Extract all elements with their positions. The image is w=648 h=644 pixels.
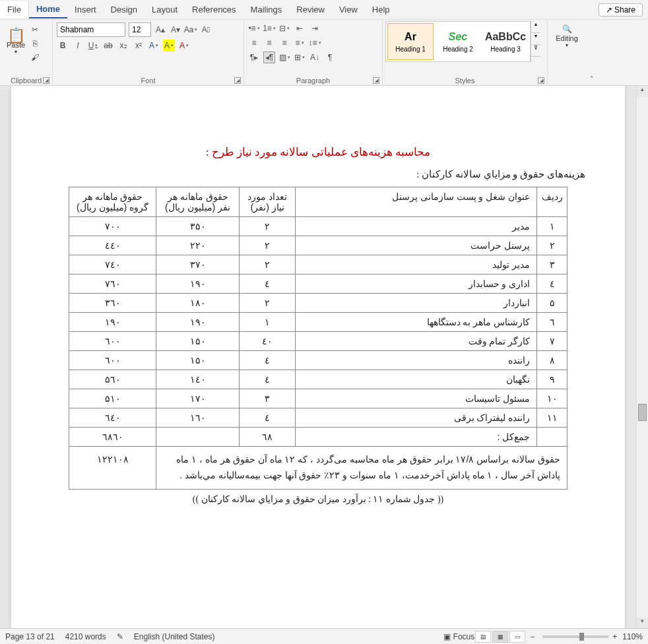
web-layout-button[interactable]: ▭ bbox=[509, 631, 525, 643]
scroll-up[interactable]: ▴ bbox=[637, 86, 648, 96]
language-indicator[interactable]: English (United States) bbox=[134, 632, 215, 641]
print-layout-button[interactable]: ▦ bbox=[492, 631, 508, 643]
page-indicator[interactable]: Page 13 of 21 bbox=[5, 632, 55, 641]
text-effects-button[interactable]: A bbox=[148, 40, 160, 51]
font-color-button[interactable]: A bbox=[178, 40, 190, 51]
subscript-button[interactable]: x₂ bbox=[117, 40, 129, 51]
font-size-input[interactable] bbox=[129, 22, 151, 37]
status-bar: Page 13 of 21 4210 words ✎ English (Unit… bbox=[0, 628, 648, 644]
menu-design[interactable]: Design bbox=[104, 1, 145, 18]
shrink-font-button[interactable]: A▾ bbox=[170, 24, 181, 36]
style-heading-1[interactable]: ArHeading 1 bbox=[387, 23, 434, 60]
salary-table: ردیف عنوان شغل و پست سازمانی پرسنل تعداد… bbox=[69, 187, 567, 490]
total-row: جمع‌کل :٦۸٦۸٦۰ bbox=[69, 428, 567, 447]
note-row: حقوق سالانه براساس ۱۷/۸ برابر حقوق هر ما… bbox=[69, 447, 567, 490]
align-center-button[interactable]: ≡ bbox=[263, 37, 275, 49]
numbering-button[interactable]: 1≡ bbox=[263, 22, 275, 34]
underline-button[interactable]: U bbox=[87, 40, 99, 51]
styles-down[interactable]: ▾ bbox=[531, 33, 540, 45]
superscript-button[interactable]: x² bbox=[133, 40, 145, 51]
sort-button[interactable]: A↓ bbox=[309, 51, 321, 63]
show-marks-button[interactable]: ¶ bbox=[324, 51, 336, 63]
bullets-button[interactable]: •≡ bbox=[248, 22, 260, 34]
shading-button[interactable]: ▨ bbox=[278, 51, 290, 63]
table-row: ۹نگهبان٤۱٤۰۵٦۰ bbox=[69, 370, 567, 389]
style-heading-3[interactable]: AaBbCcHeading 3 bbox=[482, 23, 529, 60]
menu-mailings[interactable]: Mailings bbox=[243, 1, 290, 18]
scroll-thumb[interactable] bbox=[638, 404, 647, 421]
editing-button[interactable]: 🔍 Editing ▾ bbox=[550, 21, 583, 51]
menu-view[interactable]: View bbox=[332, 1, 365, 18]
clipboard-icon: 📋 bbox=[11, 30, 21, 41]
focus-mode[interactable]: ▣ Focus bbox=[443, 632, 474, 641]
zoom-in-button[interactable]: + bbox=[612, 632, 617, 641]
font-name-input[interactable] bbox=[57, 22, 125, 37]
font-dialog[interactable]: ◢ bbox=[234, 77, 241, 84]
clipboard-dialog[interactable]: ◢ bbox=[43, 77, 49, 84]
scroll-down[interactable]: ▾ bbox=[637, 618, 648, 628]
paste-button[interactable]: 📋 Paste ▾ bbox=[3, 21, 29, 63]
menu-file[interactable]: File bbox=[0, 1, 29, 18]
word-count[interactable]: 4210 words bbox=[65, 632, 106, 641]
cut-button[interactable]: ✂ bbox=[29, 24, 41, 36]
increase-indent-button[interactable]: ⇥ bbox=[309, 22, 321, 34]
page[interactable]: محاسبه هزینه‌های عملیاتی سالانه مورد نیا… bbox=[11, 86, 625, 628]
styles-up[interactable]: ▴ bbox=[531, 21, 540, 33]
proof-icon[interactable]: ✎ bbox=[117, 632, 123, 641]
doc-title: محاسبه هزینه‌های عملیاتی سالانه مورد نیا… bbox=[51, 145, 585, 159]
menu-bar: File Home Insert Design Layout Reference… bbox=[0, 0, 648, 20]
change-case-button[interactable]: Aa bbox=[185, 24, 197, 36]
bold-button[interactable]: B bbox=[57, 40, 69, 51]
zoom-level[interactable]: 110% bbox=[622, 632, 643, 641]
menu-home[interactable]: Home bbox=[29, 1, 67, 18]
th-count: تعداد مورد نیاز (نفر) bbox=[240, 187, 296, 217]
justify-button[interactable]: ≡ bbox=[294, 37, 306, 49]
th-group: حقوق ماهانه هر گروه (میلیون ریال) bbox=[69, 187, 156, 217]
doc-subtitle: هزینه‌های حقوق و مزاياي سالانه کارکنان : bbox=[51, 168, 585, 180]
strike-button[interactable]: ab bbox=[102, 40, 114, 51]
vertical-scrollbar[interactable]: ▴ ▾ bbox=[636, 86, 648, 628]
editing-label: Editing bbox=[556, 34, 578, 42]
table-row: ٦کارشناس ماهر به دستگاهها۱۱۹۰۱۹۰ bbox=[69, 313, 567, 332]
highlight-button[interactable]: A bbox=[163, 40, 175, 51]
rtl-button[interactable]: ◂¶ bbox=[263, 51, 275, 63]
line-spacing-button[interactable]: ↕≡ bbox=[309, 37, 321, 49]
paragraph-dialog[interactable]: ◢ bbox=[373, 77, 379, 84]
menu-references[interactable]: References bbox=[185, 1, 243, 18]
copy-button[interactable]: ⎘ bbox=[29, 38, 41, 49]
style-heading-2[interactable]: SecHeading 2 bbox=[435, 23, 481, 60]
multilevel-button[interactable]: ⊟ bbox=[278, 22, 290, 34]
borders-button[interactable]: ⊞ bbox=[294, 51, 306, 63]
menu-insert[interactable]: Insert bbox=[67, 1, 104, 18]
align-right-button[interactable]: ≡ bbox=[278, 37, 290, 49]
table-row: ۳مدیر تولید۲۳۷۰۷٤۰ bbox=[69, 255, 567, 274]
zoom-slider[interactable] bbox=[542, 635, 608, 638]
search-icon: 🔍 bbox=[562, 24, 572, 34]
paste-label: Paste bbox=[7, 41, 25, 49]
table-caption: (( جدول شماره ۱۱ : برآورد میزان حقوق و م… bbox=[51, 494, 585, 505]
decrease-indent-button[interactable]: ⇤ bbox=[294, 22, 306, 34]
align-left-button[interactable]: ≡ bbox=[248, 37, 260, 49]
styles-dialog[interactable]: ◢ bbox=[538, 77, 544, 84]
zoom-out-button[interactable]: − bbox=[530, 632, 535, 641]
styles-group-label: Styles bbox=[383, 77, 547, 84]
styles-gallery[interactable]: ArHeading 1SecHeading 2AaBbCcHeading 3 bbox=[385, 21, 531, 62]
ltr-button[interactable]: ¶▸ bbox=[248, 51, 260, 63]
paragraph-group-label: Paragraph bbox=[244, 77, 382, 84]
table-row: ۸راننده٤۱۵۰٦۰۰ bbox=[69, 351, 567, 370]
italic-button[interactable]: I bbox=[72, 40, 84, 51]
styles-more[interactable]: ⊽ bbox=[531, 45, 540, 57]
table-row: ٤اداری و حسابدار٤۱۹۰۷٦۰ bbox=[69, 274, 567, 294]
collapse-ribbon-button[interactable]: ˄ bbox=[586, 75, 598, 85]
read-mode-button[interactable]: ▤ bbox=[475, 631, 491, 643]
menu-help[interactable]: Help bbox=[365, 1, 397, 18]
menu-review[interactable]: Review bbox=[289, 1, 332, 18]
clear-format-button[interactable]: Aͫ bbox=[200, 24, 212, 36]
table-row: ۱۰مسئول تاسیسات۳۱۷۰۵۱۰ bbox=[69, 389, 567, 408]
scroll-track[interactable] bbox=[637, 96, 648, 618]
share-button[interactable]: ↗ Share bbox=[599, 3, 643, 16]
menu-layout[interactable]: Layout bbox=[145, 1, 185, 18]
grow-font-button[interactable]: A▴ bbox=[154, 24, 166, 36]
format-painter-button[interactable]: 🖌 bbox=[29, 51, 41, 63]
table-row: ۱۱راننده لیفتراک برقی٤۱٦۰٦٤۰ bbox=[69, 408, 567, 428]
